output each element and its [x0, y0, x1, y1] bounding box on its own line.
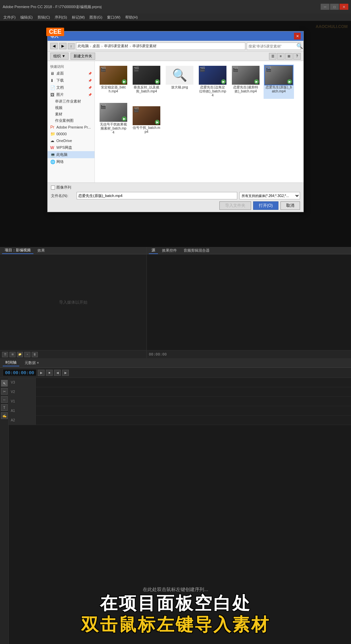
metadata-tab[interactable]: 元数据 ×: [22, 360, 42, 366]
file-item[interactable]: 🎬 ▶ 信号干扰_batch.mp4: [131, 105, 162, 136]
file-item-selected[interactable]: ✓ 🎬 ▶ 恋爱先生(原版)_batch.mp4: [264, 64, 294, 99]
film-strip-icon: 🎬: [100, 66, 106, 72]
project-tab[interactable]: 项目：影编视频: [2, 247, 33, 254]
subtitle-line2: 双击鼠标左键导入素材: [81, 614, 270, 635]
file-item[interactable]: 🎬 ▶ 安定稳定器_batch.mp4: [98, 64, 129, 99]
subtitle-small: 在此处双击鼠标左键创建序列...: [143, 587, 208, 593]
breadcrumb[interactable]: 此电脑 › 桌面 › 串讲5课堂素材 › 串讲5课堂素材: [76, 43, 246, 50]
sidebar-item-material[interactable]: 素材: [48, 111, 94, 117]
film-strip-icon-6: 🎬: [100, 104, 106, 109]
hand-tool[interactable]: ✍: [1, 412, 8, 419]
help-button[interactable]: ?: [293, 53, 301, 60]
zoom-tool[interactable]: T: [1, 404, 8, 411]
effects-controls-tab[interactable]: 效果控件: [159, 247, 180, 254]
minimize-button[interactable]: ─: [321, 4, 329, 10]
menu-edit[interactable]: 编辑(E): [18, 14, 35, 21]
dialog-titlebar: 导入 ✕: [48, 31, 303, 41]
audio-clip-mixer-tab[interactable]: 音频剪辑混合器: [181, 247, 212, 254]
file-item[interactable]: 🎬 ▶ 恋爱先生(裁剪特效)_batch.mp4: [231, 64, 261, 99]
back-button[interactable]: ◀: [50, 43, 58, 49]
menu-clip[interactable]: 剪辑(C): [35, 14, 52, 21]
timeline-area: 时间轴 元数据 × 00:00:00:00 ▶ ■ ◀ ▶ ↖ ✂ ↔ T ✍ …: [0, 358, 351, 644]
file-item[interactable]: 🎬 ▶ 垂直反转_以及裁剪_batch.mp4: [131, 64, 162, 99]
delete-btn[interactable]: 🗑: [32, 352, 38, 357]
ripple-tool[interactable]: ↔: [1, 396, 8, 403]
filename-input[interactable]: [77, 192, 237, 199]
icon-view-btn[interactable]: ⊞: [9, 352, 16, 357]
selection-tool[interactable]: ↖: [1, 380, 8, 387]
organize-button[interactable]: 组织 ▼: [50, 53, 69, 60]
sidebar-item-adobe[interactable]: Pr Adobe Premiere Pr...: [48, 124, 94, 131]
sidebar-item-pictures[interactable]: 🖼 图片 📌: [48, 91, 94, 98]
track-label-v1: V1: [9, 397, 36, 406]
file-item[interactable]: 🎬 ▶ 恋爱先生(边角定位特效)_batch.mp4: [197, 64, 228, 99]
sidebar-item-documents[interactable]: 📄 文档 📌: [48, 84, 94, 91]
breadcrumb-folder1: 串讲5课堂素材: [104, 44, 128, 49]
track-row-v3: V3: [9, 378, 351, 387]
cancel-button[interactable]: 取消: [280, 201, 300, 210]
sidebar-item-video[interactable]: 视频: [48, 105, 94, 111]
menu-sequence[interactable]: 序列(S): [53, 14, 69, 21]
up-button[interactable]: ↑: [68, 43, 75, 49]
razor-tool[interactable]: ✂: [1, 388, 8, 395]
source-tab[interactable]: 源: [149, 247, 158, 254]
sidebar-item-desktop[interactable]: 🖥 桌面 📌: [48, 70, 94, 77]
import-folder-button[interactable]: 导入文件夹: [219, 201, 251, 210]
dialog-sidebar: 快速访问 🖥 桌面 📌 ⬇ 下载 📌 📄 文档 📌: [48, 61, 95, 183]
forward-button[interactable]: ▶: [59, 43, 66, 49]
app-title: Adobe Premiere Pro CC 2018 - F:\77\00000…: [3, 4, 321, 9]
pin-icon-3: 📌: [88, 86, 92, 89]
next-frame-btn[interactable]: ▶: [62, 370, 69, 376]
filetype-select[interactable]: 所有支持的媒体(*.264;*.3G2;*...: [239, 192, 300, 199]
sidebar-item-onedrive[interactable]: ☁ OneDrive: [48, 137, 94, 144]
timeline-tab[interactable]: 时间轴: [3, 359, 19, 366]
file-item[interactable]: 🎬 ▶ 无信号干扰效果视频素材_batch.mp4: [98, 102, 129, 136]
track-area: V3 V2 V1 A1 A2: [9, 378, 351, 425]
sidebar-item-homework[interactable]: 作业案例图: [48, 117, 94, 124]
timeline-controls: 00:00:00:00 ▶ ■ ◀ ▶: [0, 368, 351, 378]
view-large-icon-button[interactable]: ⊞: [285, 53, 293, 60]
sidebar-item-class-material[interactable]: 串讲三作业素材: [48, 98, 94, 105]
view-list-button[interactable]: ☰: [269, 53, 276, 60]
breadcrumb-pc: 此电脑: [78, 44, 89, 49]
sidebar-item-this-pc[interactable]: 💻 此电脑: [48, 151, 94, 158]
track-row-a2: A2: [9, 416, 351, 425]
sidebar-item-downloads[interactable]: ⬇ 下载 📌: [48, 77, 94, 84]
list-view-btn[interactable]: ☰: [2, 352, 8, 357]
stop-btn[interactable]: ■: [46, 370, 53, 376]
file-item[interactable]: 🔍 放大镜.png: [164, 64, 195, 99]
play-btn[interactable]: ▶: [38, 370, 45, 376]
menu-help[interactable]: 帮助(H): [123, 14, 140, 21]
new-item-btn[interactable]: +: [24, 352, 30, 357]
pin-icon: 📌: [88, 72, 92, 75]
filename-label: 文件名(N):: [51, 193, 75, 198]
effects-tab[interactable]: 效果: [35, 247, 48, 254]
subtitle-area: 在此处双击鼠标左键创建序列... 在项目面板空白处 双击鼠标左键导入素材: [0, 586, 351, 635]
file-name-2: 垂直反转_以及裁剪_batch.mp4: [133, 85, 160, 93]
dialog-close-button[interactable]: ✕: [294, 33, 301, 39]
track-row-v2: V2: [9, 387, 351, 397]
track-label-a2: A2: [9, 416, 36, 425]
new-bin-btn[interactable]: 📁: [17, 352, 23, 357]
menu-graphics[interactable]: 图形(G): [87, 14, 104, 21]
image-sequence-label: 图像序列: [56, 185, 71, 190]
file-name-4: 恋爱先生(边角定位特效)_batch.mp4: [199, 85, 226, 97]
breadcrumb-folder2: 串讲5课堂素材: [132, 44, 157, 49]
menu-marker[interactable]: 标记(M): [70, 14, 87, 21]
view-details-button[interactable]: ≡: [277, 53, 285, 60]
prev-frame-btn[interactable]: ◀: [54, 370, 61, 376]
menu-window[interactable]: 窗口(W): [105, 14, 123, 21]
dialog-content-area: 快速访问 🖥 桌面 📌 ⬇ 下载 📌 📄 文档 📌: [48, 61, 303, 183]
new-folder-button[interactable]: 新建文件夹: [71, 53, 95, 60]
sidebar-item-wps[interactable]: W WPS网盘: [48, 144, 94, 151]
open-button[interactable]: 打开(O): [253, 201, 278, 210]
search-input[interactable]: [248, 44, 295, 48]
maximize-button[interactable]: □: [330, 4, 339, 10]
dialog-buttons: 导入文件夹 打开(O) 取消: [51, 201, 300, 210]
sidebar-item-00000[interactable]: 📁 00000: [48, 131, 94, 137]
image-sequence-checkbox[interactable]: [51, 186, 55, 190]
adobe-icon: Pr: [50, 125, 55, 130]
close-button[interactable]: ✕: [340, 4, 348, 10]
sidebar-item-network[interactable]: 🌐 网络: [48, 158, 94, 165]
menu-file[interactable]: 文件(F): [1, 14, 18, 21]
